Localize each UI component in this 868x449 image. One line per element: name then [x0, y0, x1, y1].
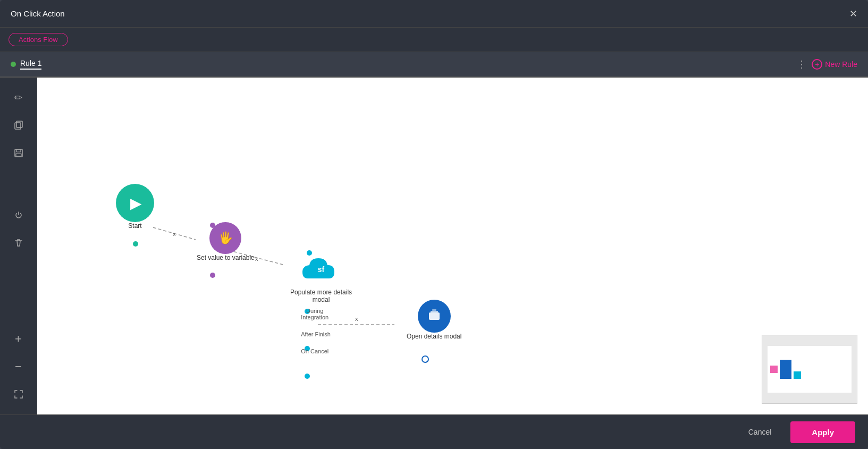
svg-rect-0	[15, 123, 21, 129]
tab-bar: Actions Flow	[0, 28, 868, 52]
title-bar: On Click Action ✕	[0, 0, 868, 28]
power-icon[interactable]	[9, 206, 28, 225]
svg-point-13	[133, 241, 138, 247]
plus-circle-icon: +	[812, 59, 822, 70]
rule-options-icon[interactable]: ⋮	[797, 58, 806, 70]
connections-svg: x x x	[37, 78, 868, 414]
open-modal-node[interactable]: Open details modal	[407, 300, 461, 340]
port-on-cancel: On Cancel	[301, 348, 328, 354]
svg-rect-21	[429, 312, 440, 320]
set-value-node[interactable]: 🖐 Set value to variable	[197, 222, 255, 261]
svg-text:x: x	[255, 256, 258, 262]
svg-rect-23	[432, 309, 436, 311]
rule-bar-left: Rule 1	[11, 59, 41, 70]
start-node-circle[interactable]: ▶	[116, 184, 154, 222]
new-rule-button[interactable]: + New Rule	[812, 59, 857, 70]
tab-actions-flow[interactable]: Actions Flow	[9, 33, 68, 46]
delete-icon[interactable]	[9, 233, 28, 252]
sf-cloud-svg: sf	[300, 252, 342, 286]
svg-text:sf: sf	[318, 265, 325, 274]
play-icon: ▶	[130, 194, 142, 212]
close-button[interactable]: ✕	[849, 8, 857, 20]
canvas-area[interactable]: x x x	[37, 78, 868, 414]
svg-text:x: x	[173, 231, 176, 237]
open-modal-label: Open details modal	[407, 333, 461, 340]
minimap-cyan-square	[794, 371, 801, 379]
main-content: ✏	[0, 78, 868, 414]
svg-rect-4	[16, 154, 21, 156]
svg-line-5	[153, 227, 196, 240]
sf-node[interactable]: sf Populate more detailsmodal DuringInte…	[290, 252, 352, 354]
zoom-out-icon[interactable]: −	[9, 357, 28, 376]
svg-rect-1	[16, 121, 22, 128]
svg-rect-22	[431, 311, 438, 312]
left-toolbar: ✏	[0, 78, 37, 414]
svg-point-12	[210, 273, 215, 278]
save-icon[interactable]	[9, 143, 28, 163]
rule-bar-right: ⋮ + New Rule	[797, 58, 857, 70]
svg-point-19	[305, 374, 310, 379]
new-rule-label: New Rule	[825, 60, 857, 69]
start-node[interactable]: ▶ Start	[116, 184, 154, 230]
zoom-in-icon[interactable]: +	[9, 329, 28, 349]
cancel-button[interactable]: Cancel	[738, 422, 782, 442]
layers-icon	[427, 307, 442, 325]
apply-button[interactable]: Apply	[790, 421, 855, 443]
rule-label: Rule 1	[20, 59, 41, 70]
rule-status-dot	[11, 62, 16, 67]
rule-bar: Rule 1 ⋮ + New Rule	[0, 52, 868, 78]
minimap-pink-square	[770, 366, 778, 373]
port-during-integration: DuringIntegration	[301, 308, 328, 320]
minimap-blue-rect	[780, 360, 791, 379]
set-value-icon: 🖐	[218, 231, 233, 245]
port-after-finish: After Finish	[301, 331, 331, 337]
svg-text:x: x	[355, 316, 358, 322]
edit-icon[interactable]: ✏	[9, 88, 28, 107]
open-modal-shape[interactable]	[418, 300, 451, 333]
set-value-label: Set value to variable	[197, 254, 255, 261]
minimap	[762, 335, 857, 404]
footer: Cancel Apply	[0, 414, 868, 449]
sf-node-label: Populate more detailsmodal	[290, 289, 352, 303]
set-value-shape[interactable]: 🖐	[209, 222, 241, 254]
start-node-label: Start	[128, 222, 141, 230]
svg-point-16	[422, 356, 428, 362]
modal-title: On Click Action	[11, 9, 65, 18]
copy-icon[interactable]	[9, 116, 28, 135]
fit-icon[interactable]	[9, 385, 28, 404]
minimap-inner	[768, 346, 852, 393]
